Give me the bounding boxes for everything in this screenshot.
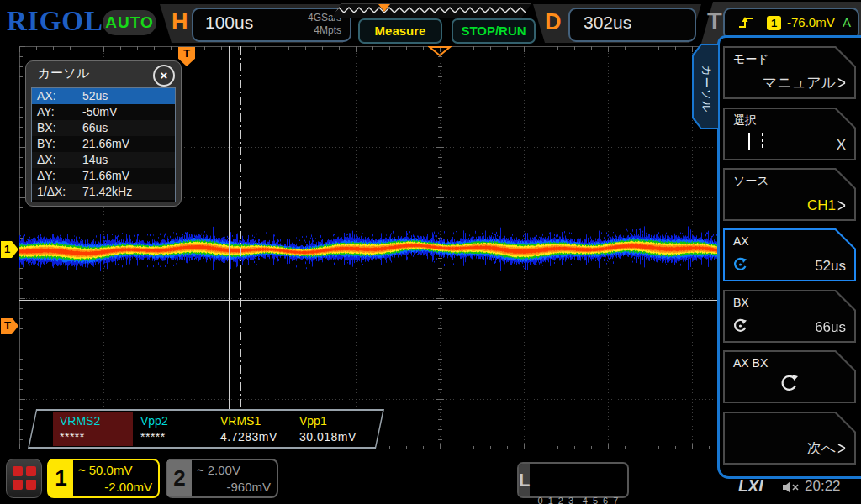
- rigol-logo: RIGOL: [7, 6, 103, 37]
- menu-item-body: AX BX: [725, 352, 854, 402]
- cursor-row-bx[interactable]: BX: 66us: [32, 120, 175, 136]
- menu-value-text: CH1: [807, 197, 836, 213]
- menu-item-label: 選択: [733, 113, 757, 129]
- rising-edge-icon: [738, 15, 755, 30]
- cursor-bx-line[interactable]: [240, 46, 241, 449]
- menu-value-text: マニュアル: [763, 75, 836, 91]
- menu-item-body: BX 66us: [725, 291, 854, 341]
- measurement-vpp1[interactable]: Vpp1 30.018mV: [293, 412, 372, 446]
- trigger-label: T: [707, 8, 722, 35]
- cursor-ay-line[interactable]: [19, 300, 717, 301]
- cursor-row-by[interactable]: BY: 21.66mV: [32, 136, 175, 152]
- knob-icon: [732, 318, 748, 333]
- rotate-icon: [779, 372, 800, 394]
- measurement-vpp2[interactable]: Vpp2 *****: [134, 412, 214, 446]
- cursor-by-line[interactable]: [19, 228, 717, 228]
- stop-run-button[interactable]: STOP/RUN: [452, 18, 536, 44]
- menu-item-bx[interactable]: BX 66us: [723, 290, 856, 343]
- timebase-box[interactable]: 100us 4GSa/s 4Mpts: [192, 8, 351, 42]
- chevron-right-icon: >: [837, 72, 846, 95]
- cursor-panel-title: カーソル: [38, 66, 89, 81]
- oscilloscope-screen: { "top_bar": { "logo": "RIGOL", "auto": …: [0, 0, 861, 504]
- channel1-position-marker[interactable]: 1: [1, 241, 18, 258]
- delay-value: 302us: [584, 13, 631, 33]
- channel2-scale: ~2.00V: [197, 462, 271, 479]
- menu-item-body: モード マニュアル>: [725, 48, 854, 97]
- measurement-panel: VRMS2 ***** Vpp2 ***** VRMS1 4.7283mV Vp…: [28, 409, 384, 449]
- menu-item-next-page[interactable]: 次へ>: [723, 412, 856, 465]
- menu-item-body: 次へ>: [725, 413, 854, 463]
- speaker-muted-icon: [782, 480, 800, 494]
- logic-channels-badge[interactable]: L 0 1 2 3 4 5 6 7 8 9 10 11 12 13 14 15: [517, 462, 629, 498]
- menu-item-select[interactable]: 選択 X: [723, 108, 856, 160]
- measurement-label: VRMS1: [220, 414, 261, 428]
- cursor-row-value: 71.42kHz: [82, 185, 132, 198]
- cursor-row-label: 1/ΔX:: [37, 185, 66, 198]
- measurement-label: VRMS2: [60, 414, 100, 428]
- channel1-badge[interactable]: 1 ~50.0mV -2.00mV: [47, 459, 160, 498]
- acquire-mode-badge: AUTO: [103, 10, 156, 35]
- measurement-panel-body: VRMS2 ***** Vpp2 ***** VRMS1 4.7283mV Vp…: [29, 411, 383, 447]
- cursor-menu-tab-label: カーソル: [699, 47, 714, 131]
- menu-item-label: BX: [733, 296, 749, 309]
- cursor-row-value: 71.66mV: [82, 169, 129, 182]
- channel2-badge[interactable]: 2 ~2.00V -960mV: [166, 459, 278, 498]
- chevron-right-icon: >: [837, 438, 846, 460]
- menu-item-label: ソース: [733, 174, 769, 189]
- trigger-sweep-mode: A: [843, 15, 851, 29]
- channel-grid-button[interactable]: [6, 459, 42, 498]
- menu-item-body: 選択 X: [725, 109, 854, 159]
- measurement-value: *****: [60, 430, 85, 444]
- ac-coupling-icon: ~: [78, 463, 86, 477]
- delay-box[interactable]: 302us: [568, 8, 696, 42]
- cursor-row-value: 52us: [82, 89, 108, 102]
- close-icon[interactable]: ×: [153, 65, 175, 87]
- trigger-level-value: -76.0mV: [787, 15, 835, 29]
- menu-item-value: X: [837, 137, 846, 154]
- cursor-menu-tab[interactable]: カーソル: [692, 44, 720, 129]
- measurement-value: *****: [140, 430, 166, 444]
- delay-label: D: [545, 9, 562, 35]
- delay-reference-marker[interactable]: [428, 46, 452, 57]
- logic-channel-numbers: 0 1 2 3 4 5 6 7 8 9 10 11 12 13 14 15: [530, 464, 657, 496]
- menu-item-source[interactable]: ソース CH1>: [723, 168, 856, 221]
- cursor-menu-tab-body: カーソル: [694, 45, 718, 128]
- measurement-vrms1[interactable]: VRMS1 4.7283mV: [214, 412, 293, 446]
- cursor-row-ax[interactable]: AX: 52us: [32, 88, 175, 104]
- memory-position-strip: [331, 3, 531, 18]
- cursor-row-ay[interactable]: AY: -50mV: [32, 104, 175, 120]
- memory-depth: 4Mpts: [308, 24, 341, 37]
- cursor-row-dx[interactable]: ΔX: 14us: [32, 152, 175, 168]
- menu-item-value: 次へ>: [807, 438, 846, 458]
- knob-icon: [732, 256, 748, 272]
- menu-item-mode[interactable]: モード マニュアル>: [723, 46, 856, 99]
- trigger-level-marker[interactable]: T: [1, 318, 18, 334]
- menu-item-label: AX: [733, 234, 749, 248]
- lxi-logo: LXI: [738, 477, 763, 496]
- memory-trigger-marker: [378, 4, 390, 12]
- cursor-ax-line[interactable]: [229, 46, 230, 449]
- clock: 20:22: [805, 478, 841, 495]
- cursor-row-value: -50mV: [82, 105, 117, 118]
- measure-button[interactable]: Measure: [358, 18, 442, 44]
- waveform-zigzag-icon: [332, 4, 529, 18]
- channel2-offset: -960mV: [197, 479, 271, 496]
- menu-item-label: モード: [733, 52, 769, 67]
- chevron-right-icon: >: [837, 195, 846, 218]
- ac-coupling-icon: ~: [197, 463, 204, 477]
- menu-item-ax[interactable]: AX 52us: [723, 228, 856, 281]
- cursor-row-dy[interactable]: ΔY: 71.66mV: [32, 168, 175, 184]
- channel1-values: ~50.0mV -2.00mV: [73, 460, 158, 496]
- cursor-row-inv-dx[interactable]: 1/ΔX: 71.42kHz: [32, 184, 175, 200]
- cursor-row-label: BY:: [37, 137, 55, 150]
- menu-item-ax-bx[interactable]: AX BX: [723, 350, 856, 403]
- cursor-row-label: ΔY:: [37, 169, 55, 182]
- cursor-row-value: 21.66mV: [82, 137, 129, 150]
- menu-item-value: CH1>: [807, 197, 846, 214]
- measurement-vrms2[interactable]: VRMS2 *****: [53, 412, 133, 446]
- timebase-value: 100us: [205, 13, 253, 33]
- channel2-number: 2: [167, 460, 192, 496]
- measurement-value: 4.7283mV: [220, 430, 277, 444]
- measurement-label: Vpp2: [140, 414, 168, 428]
- red-square-icon: [13, 480, 23, 490]
